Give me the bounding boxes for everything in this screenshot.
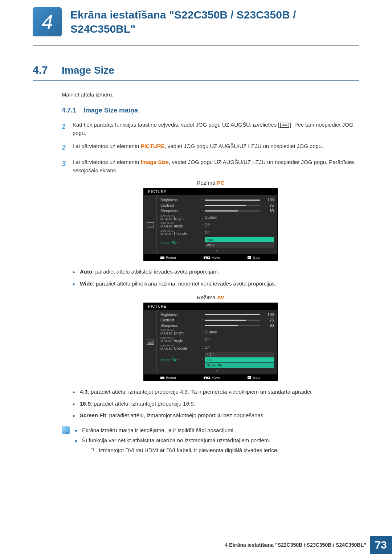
osd-label: Contrast	[160, 204, 200, 208]
osd-row-contrast: Contrast : 75	[160, 203, 274, 208]
osd-label: SAMSUNGMAGIC Angle	[160, 222, 200, 228]
mode-label-pc: Režīmā PC	[62, 180, 359, 186]
osd-return: ◄Return	[160, 376, 176, 379]
osd-label: SAMSUNGMAGIC Angle	[160, 337, 200, 343]
note-sub-text: Izmantojot DVI vai HDMI ar DVI kabeli, i…	[99, 446, 278, 455]
header-divider	[33, 45, 359, 46]
osd-enter: ↵Enter	[248, 376, 261, 379]
slider-brightness	[205, 200, 260, 201]
osd-row-magicupscale: SAMSUNGMAGIC Upscale : Off	[160, 344, 274, 351]
subsection-heading: 4.7.1 Image Size maiņa	[33, 107, 359, 114]
osd-option-wide: Wide	[205, 243, 274, 248]
slider-sharpness	[205, 325, 260, 326]
bullet-dot-icon: •	[73, 280, 80, 288]
osd-value: Custom	[205, 216, 274, 219]
section-body: 4.7 Image Size Mainiet attēla izmēru. 4.…	[0, 64, 392, 456]
note-list: • Ekrāna izmēru maiņa ir iespējama, ja i…	[75, 426, 278, 457]
bullet-43: • 4:3: parādiet attēlu, izmantojot propo…	[73, 388, 359, 396]
osd-value: Custom	[205, 330, 274, 334]
bullet-text: 16:9: parādiet attēlu, izmantojot propor…	[80, 400, 359, 408]
bullet-screenfit: • Screen Fit: parādiet attēlu, izmantojo…	[73, 411, 359, 420]
osd-label: SAMSUNGMAGIC Bright	[160, 214, 200, 221]
page-footer: 4 Ekrāna iestatīšana "S22C350B / S23C350…	[0, 536, 392, 554]
note-text: Ekrāna izmēru maiņa ir iespējama, ja ir …	[82, 426, 278, 435]
osd-value: 100	[264, 198, 274, 202]
osd-row-sharpness: Sharpness : 60	[160, 323, 274, 328]
osd-row-imagesize: Image Size : 4:3 16:9 Screen Fit	[160, 351, 274, 369]
osd-side	[144, 195, 157, 254]
section-divider	[33, 80, 359, 81]
osd-label: SAMSUNGMAGIC Bright	[160, 329, 200, 335]
osd-value: Off	[205, 231, 274, 235]
step-2: 2 Lai pārvietotos uz elementu PICTURE, v…	[62, 142, 359, 153]
slider-brightness	[205, 314, 260, 315]
bullets-av: • 4:3: parādiet attēlu, izmantojot propo…	[73, 388, 359, 420]
bullet-169: • 16:9: parādiet attēlu, izmantojot prop…	[73, 400, 359, 408]
step-text: Kad tiek parādīts funkcijas taustiņu ceļ…	[73, 121, 359, 137]
section-title: Image Size	[62, 65, 114, 76]
bullet-dot-icon: •	[75, 436, 82, 444]
osd-label: Contrast	[160, 318, 200, 322]
osd-rows: Brightness : 100 Contrast : 75 Sha	[157, 310, 277, 374]
osd-row-brightness: Brightness : 100	[160, 312, 274, 317]
osd-body: Brightness : 100 Contrast : 75 Sha	[144, 195, 277, 254]
osd-av-wrap: PICTURE Brightness : 100 Contrast :	[62, 303, 359, 381]
section-number: 4.7	[33, 64, 62, 76]
osd-side	[144, 310, 157, 374]
highlight-imagesize: Image Size	[141, 159, 169, 165]
step-text: Lai pārvietotos uz elementu Image Size, …	[73, 158, 359, 175]
subsection-number: 4.7.1	[62, 107, 83, 114]
osd-label: Image Size	[160, 358, 200, 362]
osd-av: PICTURE Brightness : 100 Contrast :	[143, 303, 278, 381]
osd-row-magicbright: SAMSUNGMAGIC Bright : Custom	[160, 214, 274, 221]
mode-label-av: Režīmā AV	[62, 294, 359, 300]
osd-label: Brightness	[160, 313, 200, 317]
osd-pc: PICTURE Brightness : 100 Contrast :	[143, 188, 278, 261]
osd-option-auto: Auto	[205, 237, 274, 242]
osd-value: Off	[205, 345, 274, 349]
step-text-part: Kad tiek parādīts funkcijas taustiņu ceļ…	[73, 122, 279, 128]
footer-text: 4 Ekrāna iestatīšana "S22C350B / S23C350…	[225, 542, 366, 548]
bullet-dot-icon: •	[75, 426, 82, 434]
osd-arrow-down-icon: ▼	[160, 249, 274, 254]
osd-option-43: 4:3	[205, 352, 274, 357]
step-text: Lai pārvietotos uz elementu PICTURE, vad…	[73, 142, 359, 151]
osd-row-brightness: Brightness : 100	[160, 197, 274, 203]
bullet-text: Wide: parādiet attēlu pilnekrāna režīmā,…	[80, 280, 359, 288]
osd-label: Sharpness	[160, 324, 200, 328]
bullet-text: Screen Fit: parādiet attēlu, izmantojot …	[80, 411, 359, 420]
note-text: Šī funkcija var netikt atbalstīta atkarī…	[82, 436, 278, 454]
bullet-dot-icon: •	[73, 400, 80, 408]
mode-prefix: Režīmā	[197, 180, 217, 186]
picture-icon	[147, 222, 154, 227]
osd-value: 100	[264, 313, 274, 317]
highlight-picture: PICTURE	[141, 143, 165, 149]
step-text-part: Lai pārvietotos uz elementu	[73, 143, 141, 149]
slider-contrast	[205, 320, 260, 321]
osd-dropdown-pc: Auto Wide	[205, 237, 274, 248]
mode-prefix: Režīmā	[197, 294, 217, 300]
page-header: 4 Ekrāna iestatīšana "S22C350B / S23C350…	[0, 0, 392, 40]
step-number: 1	[62, 121, 73, 132]
osd-dropdown-av: 4:3 16:9 Screen Fit	[205, 352, 274, 368]
osd-title: PICTURE	[144, 303, 277, 310]
osd-label: Sharpness	[160, 209, 200, 213]
osd-row-magicbright: SAMSUNGMAGIC Bright : Custom	[160, 328, 274, 336]
osd-option-169: 16:9	[205, 357, 274, 362]
osd-footer: ◄Return ▲▼Move ↵Enter	[144, 374, 277, 381]
bullet-dot-icon: •	[73, 268, 80, 276]
step-number: 2	[62, 142, 73, 153]
osd-arrow-down-icon: ▼	[160, 369, 274, 374]
osd-move: ▲▼Move	[204, 376, 220, 379]
osd-return: ◄Return	[160, 256, 176, 259]
bullet-text: Auto: parādiet attēlu atbilstoši ievades…	[80, 268, 359, 276]
osd-footer: ◄Return ▲▼Move ↵Enter	[144, 254, 277, 261]
osd-move: ▲▼Move	[204, 256, 220, 259]
note-icon	[62, 426, 70, 434]
steps-list: 1 Kad tiek parādīts funkcijas taustiņu c…	[62, 121, 359, 175]
osd-row-magicupscale: SAMSUNGMAGIC Upscale : Off	[160, 229, 274, 237]
osd-row-contrast: Contrast : 75	[160, 317, 274, 323]
note-item-1: • Ekrāna izmēru maiņa ir iespējama, ja i…	[75, 426, 278, 435]
mode-av: AV	[217, 294, 224, 300]
osd-value: 75	[264, 318, 274, 322]
